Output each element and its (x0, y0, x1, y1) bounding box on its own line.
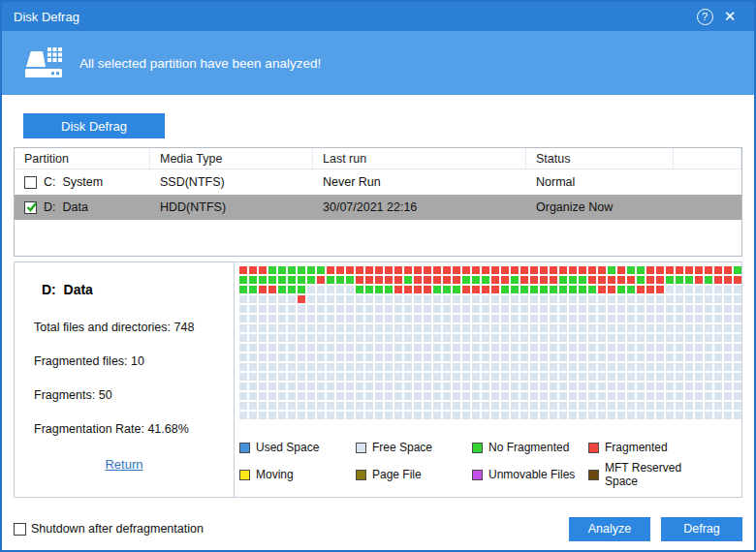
block-cell (375, 363, 383, 371)
block-cell (365, 373, 373, 381)
table-row[interactable]: C: System SSD(NTFS) Never Run Normal (15, 169, 741, 195)
block-cell (540, 353, 548, 361)
col-partition[interactable]: Partition (15, 148, 150, 169)
block-cell (259, 383, 267, 390)
block-cell (259, 402, 267, 410)
block-cell (501, 286, 509, 293)
col-media-type[interactable]: Media Type (150, 148, 313, 169)
block-cell (433, 392, 441, 400)
block-cell (346, 392, 354, 400)
block-cell (375, 383, 383, 390)
block-cell (298, 295, 305, 303)
block-cell (365, 276, 373, 284)
block-cell (249, 412, 257, 419)
block-cell (288, 383, 296, 390)
block-cell (666, 373, 674, 381)
analyze-button[interactable]: Analyze (569, 517, 650, 541)
block-cell (472, 295, 480, 303)
legend-label: Page File (372, 468, 422, 481)
block-cell (520, 295, 528, 303)
block-cell (414, 363, 422, 371)
block-cell (307, 334, 315, 342)
block-cell (540, 276, 548, 284)
block-cell (656, 353, 664, 361)
defrag-button[interactable]: Defrag (661, 517, 742, 541)
block-cell (278, 295, 286, 303)
block-cell (336, 266, 344, 274)
block-cell (705, 344, 712, 352)
block-cell (637, 324, 645, 332)
block-cell (239, 266, 247, 274)
partition-checkbox-c[interactable] (24, 176, 37, 189)
block-cell (453, 334, 460, 342)
block-cell (365, 344, 373, 352)
partition-checkbox-d[interactable] (24, 201, 37, 214)
legend-swatch (239, 443, 250, 453)
block-cell (511, 295, 519, 303)
block-cell (695, 392, 703, 400)
block-cell (288, 286, 296, 293)
block-cell (327, 266, 334, 274)
block-cell (394, 276, 402, 284)
block-cell (491, 402, 499, 410)
block-cell (666, 266, 674, 274)
media-type-value: HDD(NTFS) (150, 200, 313, 214)
col-status[interactable]: Status (526, 148, 674, 169)
help-button[interactable]: ? (692, 4, 717, 29)
block-cell (724, 412, 732, 419)
legend-item: Moving (239, 468, 356, 481)
block-cell (307, 402, 315, 410)
table-row[interactable]: D: Data HDD(NTFS) 30/07/2021 22:16 Organ… (15, 195, 741, 220)
block-cell (336, 276, 344, 284)
block-cell (501, 266, 509, 274)
block-cell (385, 266, 393, 274)
block-cell (734, 383, 741, 390)
block-cell (424, 315, 431, 322)
block-cell (491, 383, 499, 390)
block-cell (336, 363, 344, 371)
block-cell (278, 392, 286, 400)
block-cell (278, 383, 286, 390)
block-cell (734, 402, 741, 410)
disk-defrag-tab[interactable]: Disk Defrag (23, 113, 165, 138)
block-cell (579, 295, 586, 303)
block-cell (424, 344, 431, 352)
block-cell (336, 373, 344, 381)
block-cell (472, 402, 480, 410)
block-cell (259, 412, 267, 419)
return-link[interactable]: Return (15, 457, 234, 472)
close-button[interactable]: ✕ (717, 4, 742, 29)
block-cell (724, 295, 732, 303)
block-cell (646, 315, 654, 322)
block-cell (414, 324, 422, 332)
block-cell (317, 412, 325, 419)
block-cell (491, 266, 499, 274)
block-cell (424, 373, 431, 381)
block-cell (491, 412, 499, 419)
block-cell (656, 305, 664, 313)
block-cell (714, 402, 722, 410)
legend-swatch (588, 470, 599, 480)
block-cell (714, 363, 722, 371)
block-cell (627, 402, 635, 410)
block-cell (249, 344, 257, 352)
block-cell (705, 315, 712, 322)
block-cell (453, 383, 460, 390)
block-cell (424, 363, 431, 371)
block-cell (685, 315, 693, 322)
block-cell (734, 324, 741, 332)
block-cell (617, 363, 625, 371)
shutdown-checkbox[interactable] (14, 523, 26, 536)
banner-message: All selected partition have been analyze… (79, 56, 321, 71)
col-last-run[interactable]: Last run (313, 148, 526, 169)
block-cell (685, 324, 693, 332)
block-cell (530, 344, 538, 352)
block-cell (462, 412, 470, 419)
block-cell (346, 315, 354, 322)
block-cell (598, 353, 606, 361)
block-cell (346, 373, 354, 381)
block-cell (249, 305, 257, 313)
block-cell (501, 373, 509, 381)
block-cell (385, 392, 393, 400)
block-cell (724, 334, 732, 342)
